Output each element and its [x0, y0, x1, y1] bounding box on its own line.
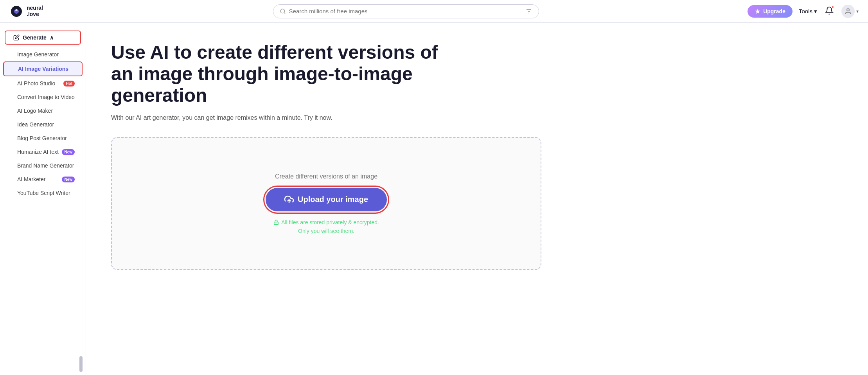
- sidebar-item-label-brand-name-generator: Brand Name Generator: [17, 162, 75, 169]
- search-icon: [280, 8, 286, 14]
- privacy-note: All files are stored privately & encrypt…: [273, 219, 379, 234]
- sidebar-item-ai-image-variations[interactable]: AI Image Variations: [3, 61, 83, 76]
- upgrade-button[interactable]: Upgrade: [748, 5, 793, 18]
- tools-button[interactable]: Tools ▾: [799, 8, 817, 15]
- sidebar-item-ai-marketer[interactable]: AI Marketer New: [3, 173, 83, 186]
- sidebar-generate-header[interactable]: Generate ∧: [5, 31, 81, 45]
- user-menu-button[interactable]: ▾: [841, 5, 859, 18]
- sidebar-item-label-idea-generator: Idea Generator: [17, 121, 75, 128]
- upload-icon: [284, 195, 294, 204]
- notification-dot: [831, 5, 834, 9]
- sidebar-item-ai-logo-maker[interactable]: AI Logo Maker: [3, 104, 83, 117]
- sidebar-scrollbar[interactable]: [79, 356, 83, 372]
- sidebar-item-image-generator[interactable]: Image Generator: [3, 48, 83, 61]
- privacy-line2: Only you will see them.: [298, 228, 354, 234]
- avatar: [841, 5, 855, 18]
- logo: neural .love: [9, 4, 64, 18]
- new-badge-marketer: New: [62, 177, 75, 182]
- search-input[interactable]: [289, 8, 522, 14]
- page-subtitle: With our AI art generator, you can get i…: [111, 114, 843, 121]
- upload-area-label: Create different versions of an image: [275, 173, 377, 180]
- svg-rect-6: [274, 222, 279, 224]
- sidebar-item-label-ai-image-variations: AI Image Variations: [18, 66, 74, 72]
- sidebar-generate-label: Generate: [23, 34, 47, 41]
- page-layout: Generate ∧ Image Generator AI Image Vari…: [0, 23, 868, 375]
- svg-point-4: [847, 9, 849, 11]
- sidebar-item-label-ai-logo-maker: AI Logo Maker: [17, 108, 75, 114]
- sidebar-item-label-convert-image-to-video: Convert Image to Video: [17, 94, 75, 100]
- chevron-down-icon: ▾: [814, 8, 817, 15]
- sidebar-item-brand-name-generator[interactable]: Brand Name Generator: [3, 159, 83, 172]
- sidebar-item-youtube-script-writer[interactable]: YouTube Script Writer: [3, 186, 83, 200]
- logo-text: neural .love: [27, 5, 43, 17]
- sidebar-item-ai-photo-studio[interactable]: AI Photo Studio Hot: [3, 77, 83, 90]
- svg-point-0: [280, 9, 285, 13]
- new-badge-humanize: New: [62, 149, 75, 155]
- upload-button-label: Upload your image: [298, 195, 368, 204]
- search-bar[interactable]: [273, 4, 539, 18]
- pencil-icon: [13, 34, 20, 41]
- page-title: Use AI to create different versions of a…: [111, 41, 463, 106]
- sidebar-item-label-humanize-ai-text: Humanize AI text: [17, 149, 59, 155]
- notifications-button[interactable]: [823, 5, 835, 18]
- filter-icon[interactable]: [525, 8, 532, 15]
- sidebar-item-blog-post-generator[interactable]: Blog Post Generator: [3, 132, 83, 145]
- lock-icon: [273, 220, 279, 225]
- main-content: Use AI to create different versions of a…: [86, 23, 868, 375]
- sidebar-item-idea-generator[interactable]: Idea Generator: [3, 118, 83, 131]
- logo-icon: [9, 4, 23, 18]
- sidebar-item-label-ai-photo-studio: AI Photo Studio: [17, 80, 61, 87]
- header: neural .love Upgrade Tools ▾: [0, 0, 868, 23]
- sidebar-item-label-image-generator: Image Generator: [17, 51, 75, 58]
- sidebar-item-humanize-ai-text[interactable]: Humanize AI text New: [3, 145, 83, 159]
- sidebar-item-label-ai-marketer: AI Marketer: [17, 176, 59, 182]
- upload-area: Create different versions of an image Up…: [111, 137, 541, 270]
- sidebar-item-label-blog-post-generator: Blog Post Generator: [17, 135, 75, 141]
- user-icon: [845, 8, 852, 15]
- user-chevron-icon: ▾: [856, 9, 859, 14]
- sidebar: Generate ∧ Image Generator AI Image Vari…: [0, 23, 86, 375]
- hot-badge: Hot: [63, 81, 75, 87]
- header-right: Upgrade Tools ▾ ▾: [748, 5, 859, 18]
- privacy-line1: All files are stored privately & encrypt…: [281, 219, 379, 225]
- upload-button[interactable]: Upload your image: [266, 188, 387, 211]
- sidebar-item-label-youtube-script-writer: YouTube Script Writer: [17, 190, 75, 196]
- sidebar-collapse-icon: ∧: [50, 34, 54, 41]
- sidebar-item-convert-image-to-video[interactable]: Convert Image to Video: [3, 90, 83, 104]
- sparkle-icon: [755, 8, 761, 14]
